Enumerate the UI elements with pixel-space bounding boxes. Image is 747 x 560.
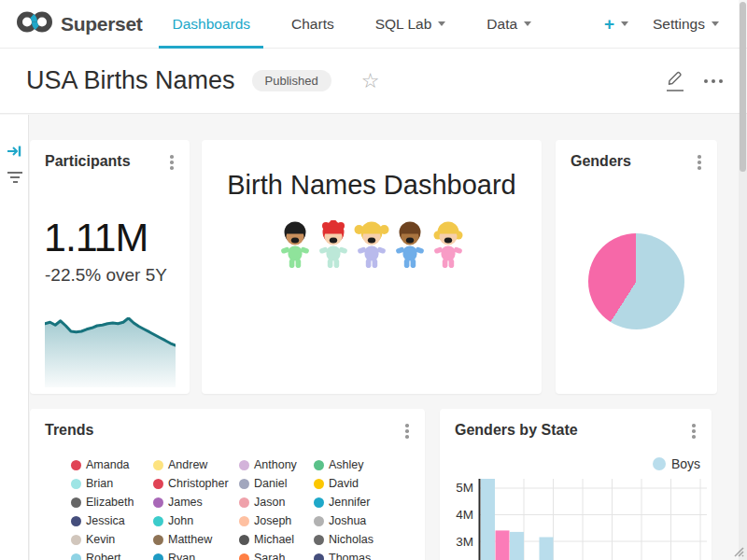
legend-item-boys[interactable]: Boys xyxy=(653,456,700,471)
legend-label: Brian xyxy=(86,477,113,490)
legend-item[interactable]: Amanda xyxy=(71,455,153,474)
legend-label: James xyxy=(168,496,203,509)
filter-bar-collapsed xyxy=(0,115,29,560)
published-badge[interactable]: Published xyxy=(252,70,331,91)
legend-label: Nicholas xyxy=(329,533,374,546)
trends-card: Trends AmandaAndrewAnthonyAshleyBrianChr… xyxy=(30,409,425,560)
legend-color-dot xyxy=(314,516,324,526)
kebab-menu-icon[interactable] xyxy=(691,153,708,174)
legend-label: Thomas xyxy=(329,552,371,560)
legend-item[interactable]: Jessica xyxy=(71,511,153,530)
edit-dashboard-button[interactable] xyxy=(667,70,684,91)
nav-item-sql-lab[interactable]: SQL Lab xyxy=(355,0,467,49)
dashboard-heading: Birth Names Dashboard xyxy=(202,170,542,201)
legend-color-dot xyxy=(239,553,249,560)
legend-label: Jennifer xyxy=(329,496,370,509)
chart-title: Genders xyxy=(571,153,631,170)
legend-label: John xyxy=(168,514,193,527)
legend-item[interactable]: Nicholas xyxy=(314,530,394,549)
kids-row xyxy=(202,220,542,271)
favorite-star-icon[interactable]: ☆ xyxy=(361,71,380,91)
legend-item[interactable]: Ryan xyxy=(153,549,239,560)
nav-item-dashboards[interactable]: Dashboards xyxy=(151,0,271,49)
svg-text:3M: 3M xyxy=(456,535,473,549)
legend-item[interactable]: Sarah xyxy=(239,549,314,560)
legend-item[interactable]: Andrew xyxy=(153,455,239,474)
legend-color-dot xyxy=(314,535,324,545)
brand-name: Superset xyxy=(61,13,142,35)
legend-item[interactable]: John xyxy=(153,511,239,530)
legend-item[interactable]: Joshua xyxy=(314,511,394,530)
superset-logo[interactable]: Superset xyxy=(15,9,142,38)
legend-label: David xyxy=(329,477,359,490)
legend-label: Robert xyxy=(86,552,121,560)
participants-card: Participants 1.11M -22.5% over 5Y xyxy=(30,140,190,394)
main-menu: Dashboards Charts SQL Lab Data xyxy=(151,0,552,49)
trend-subheader: -22.5% over 5Y xyxy=(45,265,167,286)
legend-label: Matthew xyxy=(168,533,212,546)
expand-filter-bar-button[interactable] xyxy=(6,143,24,161)
legend-item[interactable]: Brian xyxy=(71,474,153,493)
chart-title: Participants xyxy=(45,153,131,170)
legend-label: Christopher xyxy=(168,477,229,490)
legend-color-dot xyxy=(71,516,81,526)
chevron-down-icon xyxy=(621,21,628,26)
legend-item[interactable]: Daniel xyxy=(239,474,314,493)
legend-color-dot xyxy=(314,497,324,508)
legend-label: Ryan xyxy=(168,552,195,560)
legend-color-dot xyxy=(239,535,249,545)
legend-color-dot xyxy=(71,535,81,545)
nav-item-charts[interactable]: Charts xyxy=(271,0,355,49)
legend-item[interactable]: Joseph xyxy=(239,511,314,530)
child-emoji xyxy=(430,220,466,271)
legend-item[interactable]: Ashley xyxy=(314,455,394,474)
more-options-button[interactable] xyxy=(704,74,723,89)
legend-label: Sarah xyxy=(254,552,285,560)
legend-label: Boys xyxy=(671,456,700,471)
legend-label: Joseph xyxy=(254,514,291,527)
legend-label: Elizabeth xyxy=(86,496,134,509)
legend-item[interactable]: Jennifer xyxy=(314,493,394,511)
filter-icon[interactable] xyxy=(6,169,24,188)
legend-color-dot xyxy=(153,553,163,560)
legend-item[interactable]: James xyxy=(153,493,239,511)
legend-color-dot xyxy=(314,460,324,470)
legend-label: Joshua xyxy=(329,514,366,527)
legend-label: Amanda xyxy=(86,458,130,471)
new-item-button[interactable]: + xyxy=(604,15,628,33)
legend-item[interactable]: Anthony xyxy=(239,455,314,474)
legend-item[interactable]: David xyxy=(314,474,394,493)
participants-sparkline-chart xyxy=(45,317,176,387)
legend-color-dot xyxy=(239,516,249,526)
legend-label: Anthony xyxy=(254,458,297,471)
settings-menu[interactable]: Settings xyxy=(653,16,719,33)
scrollbar-thumb[interactable] xyxy=(740,2,746,172)
kebab-menu-icon[interactable] xyxy=(163,153,180,174)
genders-by-state-bar-chart: 5M4M3M xyxy=(440,472,712,560)
kebab-menu-icon[interactable] xyxy=(685,422,702,442)
scrollbar-track[interactable] xyxy=(739,0,747,560)
legend-color-dot xyxy=(153,516,163,526)
genders-card: Genders xyxy=(556,140,717,394)
plus-icon: + xyxy=(604,15,614,33)
legend-color-dot xyxy=(239,460,249,470)
legend-label: Jessica xyxy=(86,514,125,527)
legend-color-dot xyxy=(153,535,163,545)
legend-item[interactable]: Christopher xyxy=(153,474,239,493)
legend-item[interactable]: Elizabeth xyxy=(71,493,153,511)
legend-item[interactable]: Robert xyxy=(71,549,153,560)
legend-label: Ashley xyxy=(329,458,364,471)
legend-item[interactable]: Kevin xyxy=(71,530,153,549)
legend-color-dot xyxy=(153,479,163,489)
kebab-menu-icon[interactable] xyxy=(399,422,416,442)
legend-item[interactable]: Michael xyxy=(239,530,314,549)
child-emoji xyxy=(277,220,313,271)
chart-title: Trends xyxy=(45,422,93,439)
legend-item[interactable]: Jason xyxy=(239,493,314,511)
legend-item[interactable]: Thomas xyxy=(314,549,394,560)
nav-item-data[interactable]: Data xyxy=(466,0,552,49)
pencil-icon xyxy=(667,70,684,89)
page-title: USA Births Names xyxy=(26,66,235,95)
legend-item[interactable]: Matthew xyxy=(153,530,239,549)
trends-legend: AmandaAndrewAnthonyAshleyBrianChristophe… xyxy=(71,455,394,560)
